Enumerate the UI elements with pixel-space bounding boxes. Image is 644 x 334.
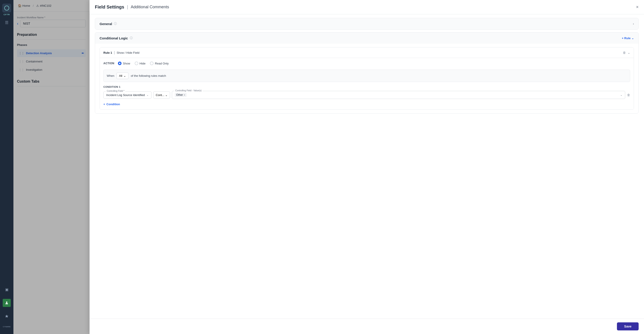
sidebar-logo (2, 4, 11, 13)
content-wrapper: Incident Workflow Name * ‹ Preparation P… (14, 12, 644, 334)
readonly-radio-circle (150, 62, 154, 65)
hide-radio[interactable]: Hide (135, 62, 146, 65)
rule-chevron-icon[interactable]: ⌄ (628, 51, 630, 54)
hamburger-icon[interactable]: ☰ (5, 20, 8, 25)
when-chevron-icon: ⌄ (124, 74, 126, 78)
when-description: of the following rules match (131, 74, 166, 78)
general-info-icon: ⓘ (114, 22, 117, 26)
cont-chevron-icon: ⌄ (165, 93, 168, 97)
logo-icon (4, 6, 9, 11)
show-radio[interactable]: Show (118, 62, 130, 65)
cond-logic-info-icon: ⓘ (130, 36, 133, 40)
values-chevron-icon: ⌄ (620, 94, 622, 97)
readonly-label: Read Only (155, 62, 168, 65)
sidebar-brand-label: CFTR (4, 14, 10, 16)
rule-body: ACTION Show Hide (100, 58, 634, 110)
tag-remove-icon[interactable]: × (184, 94, 185, 96)
action-label: ACTION (104, 62, 114, 65)
show-label: Show (123, 62, 130, 65)
rule-sep: | (114, 51, 115, 55)
hide-label: Hide (140, 62, 146, 65)
when-value: All (119, 74, 122, 78)
cont-value: Cont... (156, 93, 164, 97)
general-chevron-icon: › (633, 22, 634, 26)
conditional-logic-accordion: Conditional Logic ⓘ + Rule ⌄ Rule 1 | (95, 32, 639, 114)
hide-radio-circle (135, 62, 138, 65)
general-accordion-header[interactable]: General ⓘ › (95, 18, 638, 29)
rule-label: Rule 1 (104, 51, 112, 54)
cont-select[interactable]: Cont... ⌄ (153, 91, 170, 99)
rule-type: Show / Hide Field (116, 51, 140, 54)
field-settings-panel: Field Settings | Additional Comments × G… (90, 12, 644, 334)
general-title: General (100, 22, 112, 26)
condition-1-row: Controlling Field * Incident Log Source … (104, 91, 630, 99)
rule-delete-icon[interactable]: 🗑 (623, 51, 626, 54)
controlling-field-select[interactable]: Controlling Field * Incident Log Source … (104, 91, 152, 99)
cyware-label: CYWARE (3, 326, 11, 328)
when-label: When (107, 74, 114, 78)
monitor-icon[interactable]: ▣ (3, 285, 11, 293)
cond-logic-title: Conditional Logic (100, 36, 128, 40)
controlling-field-chevron-icon: ⌄ (146, 94, 148, 97)
user-icon[interactable] (3, 299, 11, 307)
field-settings-footer: Save (90, 318, 644, 334)
star-icon[interactable] (3, 312, 11, 320)
add-rule-chevron: ⌄ (632, 37, 634, 40)
controlling-field-label: Controlling Field * (106, 90, 125, 92)
when-select[interactable]: All ⌄ (116, 73, 128, 79)
sidebar: CFTR ☰ ▣ CYWARE (0, 0, 14, 334)
rule-header: Rule 1 | Show / Hide Field 🗑 ⌄ (100, 48, 634, 58)
controlling-field-value: Incident Log Source Identified (106, 93, 145, 97)
action-row: ACTION Show Hide (104, 62, 630, 65)
general-accordion: General ⓘ › (95, 18, 639, 30)
field-settings-body: General ⓘ › Conditional Logic ⓘ + Rule ⌄ (90, 14, 644, 318)
condition-delete-icon[interactable]: 🗑 (627, 93, 630, 97)
other-tag: Other × (175, 93, 186, 97)
add-rule-button[interactable]: + Rule ⌄ (622, 37, 634, 40)
radio-group: Show Hide Read Only (118, 62, 169, 65)
condition-1-label: CONDITION 1 (104, 86, 630, 88)
add-condition-button[interactable]: + Condition (104, 103, 120, 106)
svg-point-0 (6, 301, 8, 303)
add-condition-label: Condition (106, 103, 120, 106)
save-button[interactable]: Save (617, 322, 639, 330)
plus-icon: + (104, 103, 105, 106)
field-settings-header: Field Settings | Additional Comments × (90, 12, 644, 14)
values-label: Controlling Field - Value(s) (174, 89, 202, 92)
main-area: 🏠 Home / ⚠ #INC102 Incident Workflow Nam… (14, 0, 644, 334)
controlling-values-box[interactable]: Controlling Field - Value(s) Other × ⌄ (172, 91, 625, 99)
tag-value: Other (176, 93, 183, 97)
show-radio-circle (118, 62, 122, 65)
readonly-radio[interactable]: Read Only (150, 62, 168, 65)
conditional-logic-header[interactable]: Conditional Logic ⓘ + Rule ⌄ (95, 33, 638, 44)
rule-1-box: Rule 1 | Show / Hide Field 🗑 ⌄ ACTION (100, 47, 634, 110)
add-rule-label: + Rule (622, 37, 630, 40)
conditional-logic-body: Rule 1 | Show / Hide Field 🗑 ⌄ ACTION (95, 44, 638, 113)
when-row: When All ⌄ of the following rules match (104, 70, 630, 82)
